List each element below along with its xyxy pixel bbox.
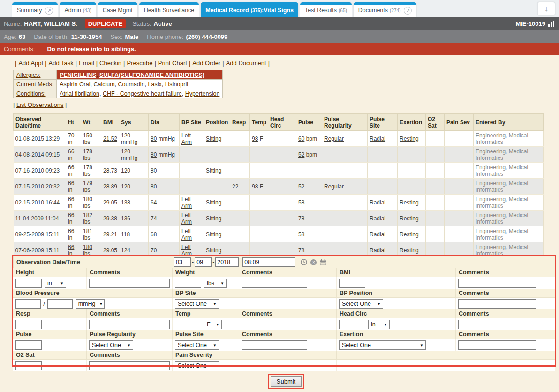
obs-value-link[interactable]: 136 bbox=[121, 215, 130, 222]
pulse-site-select[interactable]: Select One▼ bbox=[175, 340, 219, 350]
month-input[interactable] bbox=[174, 257, 191, 267]
temp-input[interactable] bbox=[175, 320, 201, 329]
obs-value-link[interactable]: 80 bbox=[151, 136, 157, 142]
comments-comments-input[interactable] bbox=[89, 320, 170, 329]
obs-value-link[interactable]: 66 bbox=[68, 212, 74, 219]
obs-value-link[interactable]: 120 bbox=[121, 167, 130, 174]
resp-input[interactable] bbox=[15, 320, 42, 329]
bp-diastolic-input[interactable] bbox=[47, 299, 73, 309]
pulse-input[interactable] bbox=[15, 340, 42, 350]
action-link-add-task[interactable]: Add Task bbox=[49, 60, 74, 67]
bp-position-select[interactable]: Select One▼ bbox=[339, 299, 383, 309]
action-link-add-document[interactable]: Add Document bbox=[226, 60, 266, 67]
obs-value-link[interactable]: Resting bbox=[400, 247, 419, 254]
obs-value-link[interactable]: 80 bbox=[151, 183, 157, 190]
comments-comments-input[interactable] bbox=[458, 299, 536, 309]
obs-value-link[interactable]: 66 bbox=[68, 244, 74, 250]
comments-comments-input[interactable] bbox=[458, 279, 536, 288]
obs-value-link[interactable]: 70 bbox=[151, 247, 157, 254]
obs-value-link[interactable]: Sitting bbox=[206, 167, 221, 174]
summary-item-sulfa-sulfonamide-antibiotics[interactable]: SULFA(SULFONAMIDE ANTIBIOTICS) bbox=[99, 72, 204, 78]
head-circ-input[interactable] bbox=[339, 320, 365, 329]
jump-icon[interactable]: ↗ bbox=[404, 7, 412, 15]
obs-value-link[interactable]: Left Arm bbox=[181, 132, 192, 145]
obs-value-link[interactable]: Sitting bbox=[206, 199, 221, 206]
action-link-prescribe[interactable]: Prescribe bbox=[127, 60, 152, 67]
obs-value-link[interactable]: Sitting bbox=[206, 136, 221, 142]
obs-value-link[interactable]: 52 bbox=[298, 151, 304, 158]
obs-value-link[interactable]: 180 bbox=[83, 244, 92, 250]
obs-value-link[interactable]: Radial bbox=[370, 247, 385, 254]
obs-value-link[interactable]: Resting bbox=[400, 231, 419, 238]
action-link-email[interactable]: Email bbox=[79, 60, 94, 67]
obs-value-link[interactable]: 64 bbox=[151, 199, 157, 206]
pain-severity-select[interactable]: Select One▼ bbox=[175, 361, 219, 370]
year-input[interactable] bbox=[215, 257, 239, 267]
comments-comments-input[interactable] bbox=[242, 320, 307, 329]
obs-value-link[interactable]: 120 bbox=[121, 148, 130, 155]
obs-value-link[interactable]: 70 bbox=[68, 132, 74, 139]
obs-value-link[interactable]: Radial bbox=[370, 231, 385, 238]
tab-admin[interactable]: Admin(43) bbox=[60, 2, 96, 17]
height-unit-select[interactable]: in▼ bbox=[45, 279, 66, 288]
obs-value-link[interactable]: Resting bbox=[400, 136, 419, 142]
obs-value-link[interactable]: Sitting bbox=[206, 215, 221, 222]
obs-value-link[interactable]: 22 bbox=[232, 183, 238, 190]
chart-icon[interactable] bbox=[548, 21, 555, 27]
summary-item-hypertension[interactable]: Hypertension bbox=[185, 90, 220, 97]
obs-value-link[interactable]: 29.05 bbox=[103, 199, 117, 206]
obs-value-link[interactable]: Radial bbox=[370, 136, 385, 142]
list-observations-link[interactable]: List Observations bbox=[16, 101, 63, 108]
obs-value-link[interactable]: 58 bbox=[298, 231, 304, 238]
obs-value-link[interactable]: 124 bbox=[121, 247, 130, 254]
submit-button[interactable]: Submit bbox=[271, 376, 302, 387]
obs-value-link[interactable]: 66 bbox=[68, 148, 74, 155]
obs-value-link[interactable]: 138 bbox=[121, 199, 130, 206]
head-circ-unit-select[interactable]: in▼ bbox=[368, 320, 390, 329]
obs-value-link[interactable]: Resting bbox=[400, 199, 419, 206]
obs-value-link[interactable]: 29.21 bbox=[103, 231, 117, 238]
action-link-add-appt[interactable]: Add Appt bbox=[18, 60, 43, 67]
day-input[interactable] bbox=[195, 257, 212, 267]
obs-value-link[interactable]: 29.05 bbox=[103, 247, 117, 254]
obs-value-link[interactable]: 28.73 bbox=[103, 167, 117, 174]
weight-unit-select[interactable]: lbs▼ bbox=[204, 279, 227, 288]
obs-value-link[interactable]: Regular bbox=[324, 183, 344, 190]
obs-value-link[interactable]: 181 bbox=[83, 228, 92, 234]
obs-value-link[interactable]: 98 bbox=[252, 183, 258, 190]
comments-comments-input[interactable] bbox=[242, 340, 307, 350]
obs-value-link[interactable]: Left Arm bbox=[181, 244, 192, 256]
obs-value-link[interactable]: 66 bbox=[68, 180, 74, 187]
calendar-icon[interactable] bbox=[320, 259, 326, 265]
obs-value-link[interactable]: 66 bbox=[68, 164, 74, 171]
comments-comments-input[interactable] bbox=[89, 279, 170, 288]
comments-comments-input[interactable] bbox=[89, 361, 170, 370]
bp-unit-select[interactable]: mmHg▼ bbox=[76, 299, 105, 309]
bmi-input[interactable] bbox=[339, 279, 365, 288]
obs-value-link[interactable]: 66 bbox=[68, 228, 74, 234]
comments-comments-input[interactable] bbox=[458, 320, 536, 329]
obs-value-link[interactable]: 120 bbox=[121, 183, 130, 190]
summary-item-aspirin-oral[interactable]: Aspirin Oral bbox=[60, 81, 90, 88]
obs-value-link[interactable]: 68 bbox=[151, 231, 157, 238]
tab-documents[interactable]: Documents(274)↗ bbox=[354, 2, 417, 17]
obs-value-link[interactable]: Left Arm bbox=[181, 196, 192, 209]
obs-value-link[interactable]: 80 bbox=[151, 151, 157, 158]
obs-value-link[interactable]: Left Arm bbox=[181, 212, 192, 225]
o2-sat-input[interactable] bbox=[15, 361, 42, 370]
weight-input[interactable] bbox=[175, 279, 201, 288]
exertion-select[interactable]: Select One▼ bbox=[339, 340, 426, 350]
obs-value-link[interactable]: Radial bbox=[370, 199, 385, 206]
obs-value-link[interactable]: 120 bbox=[121, 132, 130, 139]
tab-summary[interactable]: Summary↗ bbox=[12, 2, 58, 17]
summary-item-chf-congestive-heart-failure[interactable]: CHF - Congestive heart failure bbox=[103, 90, 182, 97]
summary-item-calcium[interactable]: Calcium bbox=[93, 81, 114, 88]
obs-value-link[interactable]: 182 bbox=[83, 212, 92, 219]
obs-value-link[interactable]: 58 bbox=[298, 199, 304, 206]
obs-value-link[interactable]: 74 bbox=[151, 215, 157, 222]
summary-label-link-allergies[interactable]: Allergies: bbox=[16, 72, 40, 78]
obs-value-link[interactable]: Radial bbox=[370, 215, 385, 222]
obs-value-link[interactable]: 28.89 bbox=[103, 183, 117, 190]
download-button[interactable]: ↓ bbox=[537, 2, 555, 15]
pulse-regularity-select[interactable]: Select One▼ bbox=[89, 340, 133, 350]
